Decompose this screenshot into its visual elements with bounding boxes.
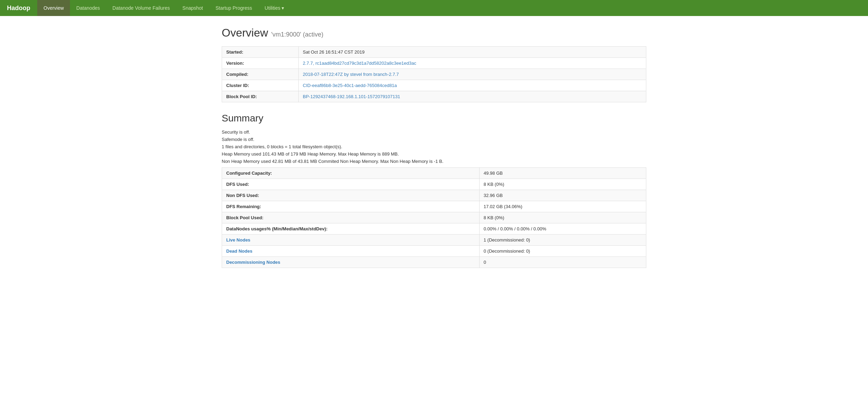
table-row: Configured Capacity:49.98 GB bbox=[222, 168, 646, 179]
row-label: Version: bbox=[222, 58, 299, 69]
row-value: 17.02 GB (34.06%) bbox=[479, 201, 646, 212]
row-value: 32.96 GB bbox=[479, 190, 646, 201]
table-row: Started:Sat Oct 26 16:51:47 CST 2019 bbox=[222, 47, 646, 58]
nav-overview[interactable]: Overview bbox=[37, 0, 70, 16]
summary-line: Heap Memory used 101.43 MB of 179 MB Hea… bbox=[222, 151, 646, 157]
summary-line: Safemode is off. bbox=[222, 137, 646, 142]
row-value: BP-1292437468-192.168.1.101-157207910713… bbox=[299, 91, 646, 102]
table-row: DataNodes usages% (Min/Median/Max/stdDev… bbox=[222, 223, 646, 235]
row-value: 0.00% / 0.00% / 0.00% / 0.00% bbox=[479, 223, 646, 235]
row-label: Cluster ID: bbox=[222, 80, 299, 91]
row-label: Compiled: bbox=[222, 69, 299, 80]
navbar: Hadoop Overview Datanodes Datanode Volum… bbox=[0, 0, 868, 16]
summary-text: Security is off.Safemode is off.1 files … bbox=[222, 129, 646, 164]
row-label: DataNodes usages% (Min/Median/Max/stdDev… bbox=[222, 223, 480, 235]
row-label: DFS Used: bbox=[222, 179, 480, 190]
row-value: Sat Oct 26 16:51:47 CST 2019 bbox=[299, 47, 646, 58]
table-row: Dead Nodes0 (Decommissioned: 0) bbox=[222, 246, 646, 257]
table-row: DFS Remaining:17.02 GB (34.06%) bbox=[222, 201, 646, 212]
row-value: CID-eeaf86b8-3e25-40c1-aedd-765084ced81a bbox=[299, 80, 646, 91]
summary-line: Security is off. bbox=[222, 129, 646, 135]
utilities-label: Utilities ▾ bbox=[265, 5, 284, 11]
table-row: Non DFS Used:32.96 GB bbox=[222, 190, 646, 201]
nav-datanodes[interactable]: Datanodes bbox=[70, 0, 106, 16]
row-label: Block Pool ID: bbox=[222, 91, 299, 102]
row-label: DFS Remaining: bbox=[222, 201, 480, 212]
main-content: Overview 'vm1:9000' (active) Started:Sat… bbox=[208, 16, 660, 278]
table-row: DFS Used:8 KB (0%) bbox=[222, 179, 646, 190]
table-row: Block Pool ID:BP-1292437468-192.168.1.10… bbox=[222, 91, 646, 102]
row-value: 2.7.7, rc1aad84bd27cd79c3d1a7dd58202a8c3… bbox=[299, 58, 646, 69]
row-value: 0 bbox=[479, 257, 646, 268]
row-value: 8 KB (0%) bbox=[479, 179, 646, 190]
row-label: Started: bbox=[222, 47, 299, 58]
row-label: Configured Capacity: bbox=[222, 168, 480, 179]
table-row: Compiled:2018-07-18T22:47Z by stevel fro… bbox=[222, 69, 646, 80]
table-row: Cluster ID:CID-eeaf86b8-3e25-40c1-aedd-7… bbox=[222, 80, 646, 91]
node-link[interactable]: Dead Nodes bbox=[226, 248, 252, 254]
nav-utilities[interactable]: Utilities ▾ bbox=[258, 0, 290, 16]
page-subtitle: 'vm1:9000' (active) bbox=[271, 31, 323, 38]
table-row: Decommissioning Nodes0 bbox=[222, 257, 646, 268]
summary-table: Configured Capacity:49.98 GBDFS Used:8 K… bbox=[222, 167, 646, 268]
row-value: 2018-07-18T22:47Z by stevel from branch-… bbox=[299, 69, 646, 80]
nav-startup-progress[interactable]: Startup Progress bbox=[209, 0, 258, 16]
row-value: 1 (Decommissioned: 0) bbox=[479, 235, 646, 246]
row-label: Block Pool Used: bbox=[222, 212, 480, 223]
row-label: Non DFS Used: bbox=[222, 190, 480, 201]
table-row: Block Pool Used:8 KB (0%) bbox=[222, 212, 646, 223]
summary-line: Non Heap Memory used 42.81 MB of 43.81 M… bbox=[222, 159, 646, 164]
row-value: 8 KB (0%) bbox=[479, 212, 646, 223]
table-row: Live Nodes1 (Decommissioned: 0) bbox=[222, 235, 646, 246]
page-title: Overview 'vm1:9000' (active) bbox=[222, 26, 646, 39]
row-value: 49.98 GB bbox=[479, 168, 646, 179]
nav-datanode-volume-failures[interactable]: Datanode Volume Failures bbox=[106, 0, 176, 16]
nav-snapshot[interactable]: Snapshot bbox=[176, 0, 209, 16]
node-link[interactable]: Live Nodes bbox=[226, 237, 250, 243]
brand-logo: Hadoop bbox=[0, 0, 37, 16]
row-value: 0 (Decommissioned: 0) bbox=[479, 246, 646, 257]
info-table: Started:Sat Oct 26 16:51:47 CST 2019Vers… bbox=[222, 46, 646, 102]
node-link[interactable]: Decommissioning Nodes bbox=[226, 260, 280, 265]
table-row: Version:2.7.7, rc1aad84bd27cd79c3d1a7dd5… bbox=[222, 58, 646, 69]
summary-title: Summary bbox=[222, 113, 646, 124]
summary-line: 1 files and directories, 0 blocks = 1 to… bbox=[222, 144, 646, 149]
